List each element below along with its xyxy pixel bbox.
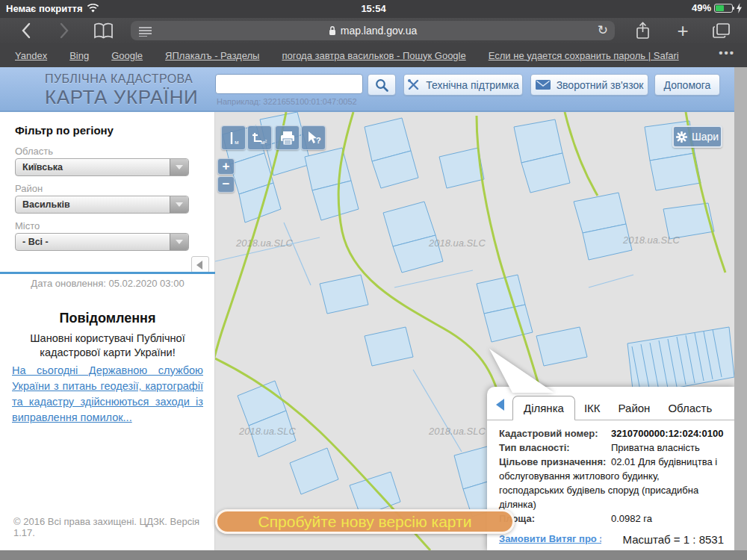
row-label: Цільове призначення:	[499, 455, 611, 469]
filter-title: Фільтр по регіону	[15, 124, 114, 137]
bookmark-safari-help[interactable]: Если не удается сохранить пароль | Safar…	[489, 50, 679, 61]
logo-line1: ПУБЛІЧНА КАДАСТРОВА	[45, 72, 198, 86]
panel-back-icon[interactable]	[496, 399, 504, 411]
update-date: Дата оновлення: 05.02.2020 03:00	[0, 278, 215, 289]
web-page: ПУБЛІЧНА КАДАСТРОВА КАРТА УКРАЇНИ Наприк…	[0, 67, 734, 550]
bookmark-google[interactable]: Google	[111, 50, 143, 61]
zoom-out-button[interactable]: −	[217, 176, 235, 193]
new-tab-icon[interactable]: +	[674, 18, 692, 43]
district-label: Район	[15, 183, 43, 194]
identify-button[interactable]: ?	[301, 125, 326, 150]
city-label: Місто	[15, 220, 40, 231]
bookmark-bing[interactable]: Bing	[69, 50, 89, 61]
help-label: Допомога	[664, 79, 711, 91]
panel-body: Кадастровий номер:3210700000:12:024:0100…	[487, 420, 734, 526]
url-text: map.land.gov.ua	[341, 25, 417, 37]
layers-button[interactable]: Шари	[672, 125, 722, 148]
tab-parcel[interactable]: Ділянка	[512, 396, 575, 420]
message-link[interactable]: На сьогодні Державною службою України з …	[12, 363, 203, 426]
row-area: Площа:0.0982 га	[499, 511, 724, 526]
back-button[interactable]	[18, 18, 33, 43]
logo-line2: КАРТА УКРАЇНИ	[45, 86, 198, 109]
message-title: Повідомлення	[0, 311, 215, 326]
zoom-in-button[interactable]: +	[217, 158, 235, 175]
district-select[interactable]: Васильків	[15, 196, 189, 214]
bookmark-yandex[interactable]: Yandex	[15, 50, 47, 61]
tab-district[interactable]: Район	[610, 396, 660, 420]
region-select[interactable]: Київська	[15, 158, 189, 176]
map-watermark: 2018.ua.SLC	[623, 234, 680, 246]
map-area[interactable]: 2018.ua.SLC 2018.ua.SLC 2018.ua.SLC 2018…	[215, 112, 734, 550]
map-watermark: 2018.ua.SLC	[429, 426, 486, 437]
map-watermark: 2018.ua.SLC	[429, 237, 486, 249]
row-purpose: Цільове призначення:02.01 Для будівництв…	[499, 455, 724, 511]
tab-region[interactable]: Область	[659, 396, 721, 420]
page-bottom-gutter	[0, 550, 747, 560]
browser-toolbar: map.land.gov.ua ↻ +	[0, 18, 747, 43]
chevron-down-icon[interactable]	[170, 234, 188, 250]
row-cadastral-number: Кадастровий номер:3210700000:12:024:0100	[499, 426, 724, 441]
tabs-icon[interactable]	[711, 18, 732, 43]
site-logo[interactable]: ПУБЛІЧНА КАДАСТРОВА КАРТА УКРАЇНИ	[45, 72, 198, 109]
bookmark-weather[interactable]: погода завтра васильков - Пошук Google	[282, 50, 465, 61]
district-value: Васильків	[22, 199, 70, 210]
bookmark-yaplakal[interactable]: ЯПлакалъ - Разделы	[165, 50, 259, 61]
layers-label: Шари	[692, 131, 719, 143]
share-icon[interactable]	[633, 18, 651, 43]
screen: Немає покриття 15:54 49%	[0, 0, 747, 560]
bookmarks-icon[interactable]	[93, 18, 114, 43]
forward-button[interactable]	[57, 18, 72, 43]
feedback-label: Зворотний зв'язок	[557, 79, 644, 91]
measure-tools: м м²	[221, 125, 272, 150]
envelope-icon	[536, 80, 551, 90]
status-bar: Немає покриття 15:54 49%	[0, 0, 747, 18]
clock: 15:54	[0, 3, 747, 14]
help-button[interactable]: Допомога	[654, 74, 720, 96]
tools-icon	[407, 78, 420, 91]
callout-pointer	[462, 336, 566, 396]
row-label: Кадастровий номер:	[499, 426, 611, 441]
chevron-down-icon[interactable]	[170, 159, 188, 175]
map-watermark: 2018.ua.SLC	[239, 426, 296, 437]
chevron-down-icon[interactable]	[170, 196, 188, 213]
search-hint: Наприклад: 3221655100:01:047:0052	[217, 97, 357, 106]
new-version-button[interactable]: Спробуйте нову версію карти	[215, 509, 515, 534]
measure-length-button[interactable]: м	[221, 125, 246, 150]
parcel-info-panel: Ділянка ІКК Район Область Кадастровий но…	[487, 387, 734, 550]
row-ownership: Тип власності:Приватна власність	[499, 441, 724, 455]
battery-percent: 49%	[692, 2, 711, 13]
row-value: 3210700000:12:024:0100	[611, 428, 723, 439]
cadastral-search-input[interactable]	[215, 74, 363, 94]
url-bar[interactable]: map.land.gov.ua ↻	[131, 21, 615, 40]
sidebar-collapse-button[interactable]	[191, 256, 209, 273]
charging-bolt-icon	[736, 3, 743, 13]
page-right-gutter	[734, 67, 747, 550]
tab-ikk[interactable]: ІКК	[575, 396, 610, 420]
tech-support-button[interactable]: Технічна підтримка	[403, 74, 523, 96]
row-label: Тип власності:	[499, 441, 611, 455]
identify-question-label: ?	[316, 136, 321, 145]
region-label: Область	[15, 146, 53, 157]
battery-icon	[714, 4, 733, 13]
map-watermark: 2018.ua.SLC	[236, 237, 293, 249]
site-header: ПУБЛІЧНА КАДАСТРОВА КАРТА УКРАЇНИ Наприк…	[0, 67, 734, 112]
bookmarks-more-icon[interactable]: •••	[719, 46, 735, 59]
bookmarks-bar: Yandex Bing Google ЯПлакалъ - Разделы по…	[0, 43, 747, 67]
feedback-button[interactable]: Зворотний зв'язок	[530, 74, 648, 96]
refresh-icon[interactable]: ↻	[598, 22, 608, 39]
city-value: - Всі -	[22, 237, 49, 247]
divider	[0, 272, 215, 274]
print-identify-tools: ?	[275, 125, 326, 150]
tech-support-label: Технічна підтримка	[426, 79, 519, 91]
lock-icon	[329, 25, 336, 36]
row-label: Площа:	[499, 511, 611, 526]
search-button[interactable]	[368, 74, 396, 96]
row-value: 0.0982 га	[611, 513, 652, 524]
sidebar: Фільтр по регіону Область Київська Район…	[0, 112, 215, 550]
measure-area-button[interactable]: м²	[247, 125, 272, 150]
city-select[interactable]: - Всі -	[15, 233, 189, 251]
row-value: Приватна власність	[611, 442, 700, 453]
gear-icon	[676, 131, 687, 143]
message-text: Шановні користувачі Публічної кадастрово…	[18, 332, 197, 360]
print-button[interactable]	[275, 125, 300, 150]
